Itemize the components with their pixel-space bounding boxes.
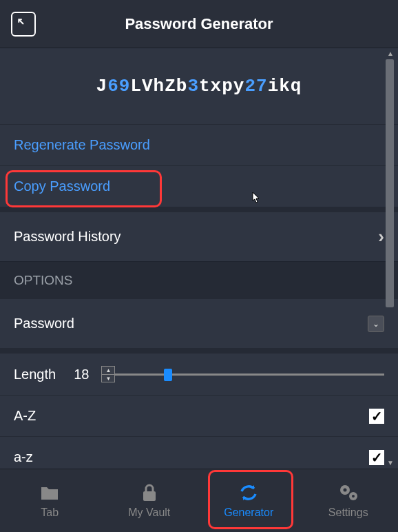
stepper-down-icon[interactable]: ▼ [102,375,114,382]
lowercase-checkbox[interactable]: ✓ [369,450,384,465]
bottom-nav: Tab My Vault Generator Settings [0,469,398,532]
nav-tab[interactable]: Tab [0,469,100,532]
type-select-row[interactable]: Password ⌄ [0,299,398,348]
type-select[interactable]: Password [14,311,368,336]
options-header: OPTIONS [0,261,398,299]
uppercase-row: A-Z ✓ [0,395,398,436]
lock-icon [139,483,160,502]
password-history-button[interactable]: Password History › [0,207,398,261]
chevron-right-icon: › [378,226,384,247]
nav-vault[interactable]: My Vault [100,469,200,532]
chevron-down-icon[interactable]: ⌄ [368,316,384,332]
scrollbar-down-icon[interactable]: ▼ [387,459,394,467]
length-row: Length 18 ▲ ▼ [0,348,398,395]
nav-generator[interactable]: Generator [199,469,299,532]
svg-rect-0 [143,491,156,501]
folder-icon [39,483,60,502]
page-title: Password Generator [11,15,387,33]
lowercase-label: a-z [14,449,33,465]
regenerate-button[interactable]: Regenerate Password [0,124,398,165]
stepper-up-icon[interactable]: ▲ [102,367,114,375]
refresh-icon [238,483,259,502]
length-value: 18 [74,367,89,382]
lowercase-row: a-z ✓ [0,436,398,469]
nav-settings[interactable]: Settings [299,469,399,532]
scrollbar-up-icon[interactable]: ▲ [387,50,394,57]
slider-thumb[interactable] [164,369,172,381]
content-area: J69LVhZb3txpy27ikq Regenerate Password C… [0,48,398,469]
uppercase-checkbox[interactable]: ✓ [369,409,384,424]
uppercase-label: A-Z [14,408,36,424]
password-display: J69LVhZb3txpy27ikq [0,48,398,124]
scrollbar[interactable] [386,59,394,307]
copy-button[interactable]: Copy Password [0,165,398,207]
length-stepper[interactable]: ▲ ▼ [101,366,115,382]
gears-icon [338,483,359,502]
length-slider[interactable] [115,367,384,381]
svg-point-4 [352,495,355,498]
history-label: Password History [14,229,121,245]
length-label: Length [14,367,56,382]
svg-point-3 [343,488,346,491]
